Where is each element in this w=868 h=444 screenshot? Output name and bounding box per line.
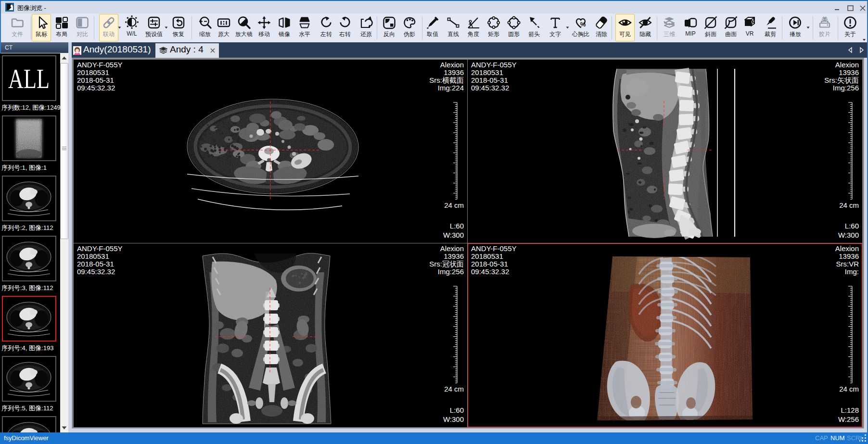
svg-text:2018-05-31: 2018-05-31 <box>471 76 508 84</box>
svg-text:Alexion: Alexion <box>440 61 464 69</box>
svg-text:Alexion: Alexion <box>835 244 859 253</box>
svg-text:W:300: W:300 <box>838 231 859 239</box>
svg-text:ANDY-F-055Y: ANDY-F-055Y <box>77 244 122 253</box>
svg-text:24 cm: 24 cm <box>839 385 859 393</box>
svg-text:Srs:冠状面: Srs:冠状面 <box>429 260 464 268</box>
svg-text:L:60: L:60 <box>450 406 464 414</box>
svg-text:Img:256: Img:256 <box>438 267 464 276</box>
svg-text:W:300: W:300 <box>443 231 464 239</box>
svg-text:2018-05-31: 2018-05-31 <box>471 260 508 268</box>
svg-text:ANDY-F-055Y: ANDY-F-055Y <box>471 244 516 253</box>
svg-text:09:45:32.32: 09:45:32.32 <box>471 267 509 276</box>
svg-text:20180531: 20180531 <box>77 252 109 260</box>
svg-text:09:45:32.32: 09:45:32.32 <box>471 84 509 92</box>
svg-text:13936: 13936 <box>444 68 464 76</box>
svg-text:ANDY-F-055Y: ANDY-F-055Y <box>77 61 122 69</box>
svg-text:Alexion: Alexion <box>440 244 464 253</box>
svg-text:Alexion: Alexion <box>835 61 859 69</box>
svg-text:Img:256: Img:256 <box>833 84 859 92</box>
svg-text:20180531: 20180531 <box>471 68 503 76</box>
svg-text:L:128: L:128 <box>841 406 859 414</box>
svg-text:13936: 13936 <box>444 252 464 260</box>
svg-text:ANDY-F-055Y: ANDY-F-055Y <box>471 61 516 69</box>
svg-text:13936: 13936 <box>839 68 859 76</box>
svg-text:2018-05-31: 2018-05-31 <box>77 260 114 268</box>
svg-text:Srs:矢状面: Srs:矢状面 <box>824 76 859 84</box>
svg-text:ALL: ALL <box>8 63 50 94</box>
svg-text:W:300: W:300 <box>443 415 464 423</box>
svg-text:Srs:横截面: Srs:横截面 <box>429 76 464 84</box>
svg-text:W:256: W:256 <box>838 415 859 423</box>
svg-text:2018-05-31: 2018-05-31 <box>77 76 114 84</box>
svg-text:20180531: 20180531 <box>77 68 109 76</box>
svg-text:Img:224: Img:224 <box>438 84 464 92</box>
svg-text:L:60: L:60 <box>450 222 464 230</box>
svg-text:20180531: 20180531 <box>471 252 503 260</box>
svg-text:%: % <box>580 21 586 28</box>
svg-text:L:60: L:60 <box>845 222 859 230</box>
svg-text:24 cm: 24 cm <box>444 201 464 209</box>
svg-text:09:45:32.32: 09:45:32.32 <box>77 267 115 276</box>
svg-text:09:45:32.32: 09:45:32.32 <box>77 84 115 92</box>
svg-text:24 cm: 24 cm <box>839 201 859 209</box>
svg-text:Srs:VR: Srs:VR <box>836 260 859 268</box>
svg-text:Img:: Img: <box>845 267 859 276</box>
svg-text:13936: 13936 <box>839 252 859 260</box>
svg-text:24 cm: 24 cm <box>444 385 464 393</box>
